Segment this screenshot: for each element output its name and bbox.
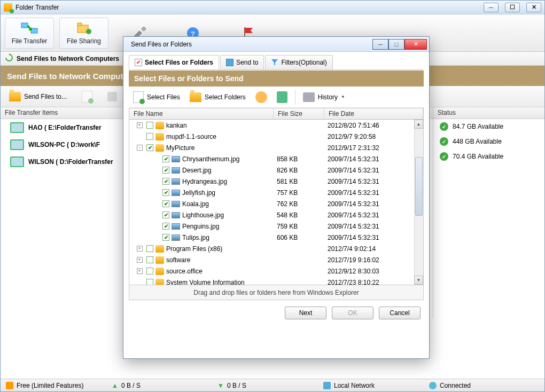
expand-toggle[interactable]: + bbox=[137, 122, 143, 128]
table-row[interactable]: ✔Penguins.jpg759 KB2009/7/14 5:32:31 bbox=[129, 221, 423, 232]
refresh-icon[interactable] bbox=[5, 53, 13, 64]
recycle-button[interactable] bbox=[275, 89, 290, 105]
status-item-label: 70.4 GB Available bbox=[453, 153, 503, 160]
checkbox[interactable]: ✔ bbox=[162, 200, 169, 207]
file-name: Koala.jpg bbox=[182, 200, 209, 208]
dialog-toolbar: Select Files Select Folders History ▼ bbox=[129, 87, 424, 108]
table-row[interactable]: ✔Chrysanthemum.jpg858 KB2009/7/14 5:32:3… bbox=[129, 153, 423, 164]
status-item-label: 448 GB Available bbox=[453, 138, 502, 145]
file-transfer-button[interactable]: File Transfer bbox=[5, 18, 54, 49]
table-row[interactable]: ✔Lighthouse.jpg548 KB2009/7/14 5:32:31 bbox=[129, 209, 423, 221]
checkbox[interactable] bbox=[146, 245, 153, 252]
table-row[interactable]: ✔Hydrangeas.jpg581 KB2009/7/14 5:32:31 bbox=[129, 176, 423, 187]
expand-toggle[interactable]: + bbox=[137, 257, 143, 263]
dialog-minimize-button[interactable]: ─ bbox=[372, 39, 388, 50]
tab-select-files[interactable]: ✔ Select Files or Folders bbox=[129, 55, 219, 69]
table-row[interactable]: +Program Files (x86)2012/7/4 9:02:14 bbox=[129, 243, 423, 254]
table-row[interactable]: ✔Koala.jpg762 KB2009/7/14 5:32:31 bbox=[129, 198, 423, 209]
table-row[interactable]: +kankan2012/8/20 7:51:46 bbox=[129, 120, 423, 131]
dialog-maximize-button[interactable]: □ bbox=[388, 39, 404, 50]
send-files-to-button[interactable]: Send Files to... bbox=[6, 90, 70, 104]
checkbox[interactable]: ✔ bbox=[146, 144, 153, 151]
file-name: Tulips.jpg bbox=[182, 234, 209, 241]
svg-rect-0 bbox=[21, 23, 28, 28]
file-name: MyPicture bbox=[166, 144, 194, 152]
folder-icon bbox=[155, 133, 164, 140]
file-name: Chrysanthemum.jpg bbox=[182, 155, 239, 163]
vertical-scrollbar[interactable]: ▲ ▼ bbox=[414, 120, 423, 285]
col-file-size[interactable]: File Size bbox=[274, 108, 324, 119]
scroll-thumb[interactable] bbox=[415, 157, 423, 216]
close-button[interactable]: ✕ bbox=[526, 3, 541, 12]
select-files-button[interactable]: Select Files bbox=[131, 89, 182, 105]
history-button[interactable]: History ▼ bbox=[301, 90, 347, 104]
file-sharing-button[interactable]: File Sharing bbox=[59, 18, 108, 49]
table-row[interactable]: +software2012/7/19 9:16:02 bbox=[129, 254, 423, 265]
folder-icon bbox=[155, 268, 164, 275]
image-icon bbox=[172, 190, 180, 196]
checkbox[interactable] bbox=[146, 122, 153, 129]
col-file-name[interactable]: File Name bbox=[129, 108, 274, 119]
network-icon bbox=[323, 382, 331, 389]
checkbox[interactable]: ✔ bbox=[162, 223, 169, 230]
table-row[interactable]: mupdf-1.1-source2012/9/7 9:20:58 bbox=[129, 131, 423, 142]
scroll-down-button[interactable]: ▼ bbox=[414, 276, 423, 285]
dialog-close-button[interactable]: ✕ bbox=[404, 39, 427, 50]
table-row[interactable]: ✔Jellyfish.jpg757 KB2009/7/14 5:32:31 bbox=[129, 187, 423, 198]
expand-toggle[interactable]: + bbox=[137, 268, 143, 274]
transfer-item-label: WILSON-PC ( D:\work\F bbox=[28, 141, 100, 148]
checkbox[interactable] bbox=[146, 268, 153, 275]
folder-icon bbox=[155, 144, 164, 152]
main-titlebar[interactable]: Folder Transfer ─ ☐ ✕ bbox=[1, 1, 544, 14]
checkbox[interactable]: ✔ bbox=[162, 189, 169, 196]
checkbox[interactable]: ✔ bbox=[162, 178, 169, 185]
select-folders-button[interactable]: Select Folders bbox=[188, 90, 248, 104]
status-up: ▲0 B / S bbox=[112, 382, 213, 389]
next-button[interactable]: Next bbox=[285, 307, 326, 319]
expand-toggle[interactable]: - bbox=[137, 145, 143, 151]
file-name: Desert.jpg bbox=[182, 167, 212, 174]
document-plus-icon bbox=[133, 91, 144, 103]
file-name: source.office bbox=[166, 268, 203, 275]
maximize-button[interactable]: ☐ bbox=[505, 3, 520, 12]
checkbox[interactable]: ✔ bbox=[162, 167, 169, 174]
document-button[interactable] bbox=[79, 89, 96, 105]
image-icon bbox=[172, 178, 180, 185]
table-row[interactable]: ✔Tulips.jpg606 KB2009/7/14 5:32:31 bbox=[129, 232, 423, 243]
col-file-date[interactable]: File Date bbox=[324, 108, 423, 119]
tab-send-to[interactable]: Send to bbox=[220, 55, 264, 69]
scroll-up-button[interactable]: ▲ bbox=[414, 120, 423, 129]
table-row[interactable]: +source.office2012/9/12 8:30:03 bbox=[129, 265, 423, 277]
user-button[interactable] bbox=[253, 89, 269, 105]
table-row[interactable]: System Volume Information2012/7/23 8:10:… bbox=[129, 277, 423, 285]
separator bbox=[295, 90, 295, 105]
cancel-button[interactable]: Cancel bbox=[379, 307, 421, 319]
file-size: 548 KB bbox=[274, 211, 324, 219]
app-icon bbox=[4, 3, 12, 12]
svg-rect-1 bbox=[31, 28, 37, 33]
checkbox[interactable] bbox=[146, 279, 153, 285]
stop-icon bbox=[107, 92, 117, 101]
table-row[interactable]: -✔MyPicture2012/9/17 2:31:32 bbox=[129, 142, 423, 153]
minimize-button[interactable]: ─ bbox=[484, 3, 499, 12]
dialog-window-controls: ─ □ ✕ bbox=[372, 39, 427, 50]
status-bar: Free (Limited Features) ▲0 B / S ▼0 B / … bbox=[1, 379, 544, 391]
status-license: Free (Limited Features) bbox=[6, 382, 107, 389]
table-row[interactable]: ✔Desert.jpg826 KB2009/7/14 5:32:31 bbox=[129, 164, 423, 176]
checkbox[interactable]: ✔ bbox=[162, 155, 169, 162]
file-name: Program Files (x86) bbox=[166, 245, 222, 253]
link-icon bbox=[429, 382, 437, 389]
right-panel-header: Status bbox=[433, 107, 544, 119]
checkbox[interactable] bbox=[146, 133, 153, 140]
dialog-titlebar[interactable]: Send Files or Folders ─ □ ✕ bbox=[123, 37, 429, 52]
checkbox[interactable]: ✔ bbox=[162, 234, 169, 241]
tab-filters[interactable]: Filters(Optional) bbox=[265, 55, 332, 69]
folder-icon bbox=[155, 256, 164, 264]
checkbox[interactable]: ✔ bbox=[162, 211, 169, 218]
stop-button[interactable] bbox=[104, 90, 120, 104]
ok-button[interactable]: OK bbox=[332, 307, 373, 319]
checkbox[interactable] bbox=[146, 256, 153, 263]
expand-toggle[interactable]: + bbox=[137, 246, 143, 252]
printer-icon bbox=[303, 92, 315, 102]
image-icon bbox=[172, 167, 180, 174]
